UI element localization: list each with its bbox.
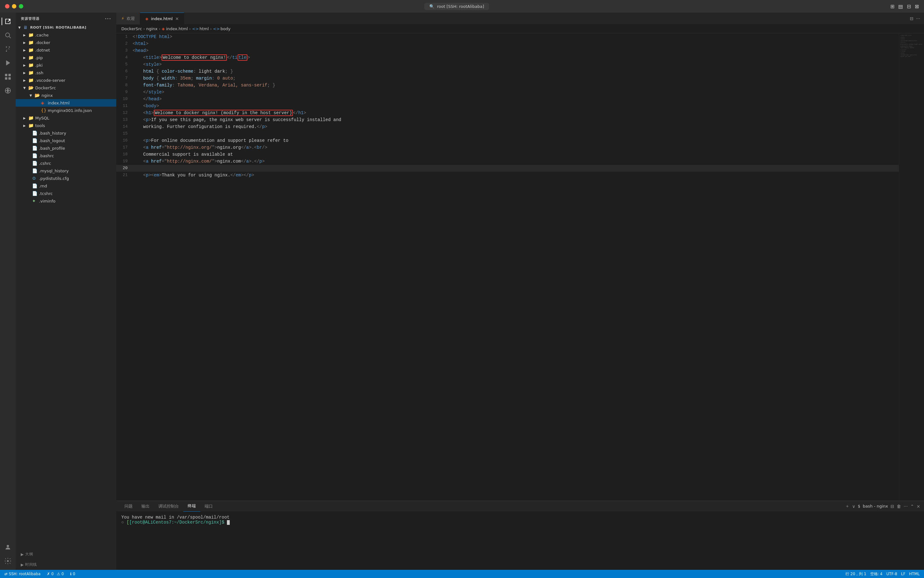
remote-explorer-icon[interactable] — [2, 84, 14, 97]
sidebar-item-bash-history[interactable]: 📄 .bash_history — [16, 129, 116, 137]
tab-indexhtml[interactable]: ◈ index.html × — [140, 13, 184, 24]
more-terminal-icon[interactable]: ··· — [904, 504, 908, 509]
terminal-dropdown-icon[interactable]: ∨ — [852, 504, 855, 509]
html-file-icon: ◈ — [41, 100, 47, 106]
tab-welcome[interactable]: ⚡ 欢迎 — [116, 13, 140, 24]
indent-spaces[interactable]: 空格: 4 — [868, 570, 885, 578]
sidebar-item-pydistutils[interactable]: ⚙ .pydistutils.cfg — [16, 175, 116, 182]
extensions-icon[interactable] — [2, 70, 14, 83]
root-folder-icon: 🖥 — [23, 25, 29, 30]
breadcrumb-dockersrc[interactable]: DockerSrc — [121, 26, 142, 31]
breadcrumb-html-tag[interactable]: <>html — [192, 26, 209, 31]
sidebar-item-pip[interactable]: ▶ 📁 .pip — [16, 54, 116, 61]
output-tab-label: 输出 — [141, 503, 150, 509]
panel-tab-debug[interactable]: 调试控制台 — [154, 501, 183, 511]
layout-icon4[interactable]: ⊠ — [915, 3, 919, 10]
minimize-button[interactable] — [12, 4, 16, 8]
info-icon: ℹ — [70, 572, 72, 576]
cursor-position[interactable]: 行 20，列 1 — [843, 570, 868, 578]
panel-tab-output[interactable]: 输出 — [137, 501, 154, 511]
line-number: 17 — [116, 144, 133, 151]
panel-right-icons: ＋ ∨ $ bash - nginx ⊟ 🗑 ··· ⌃ × — [845, 503, 920, 509]
breadcrumb-body-tag[interactable]: <>body — [213, 26, 231, 31]
line-ending[interactable]: LF — [899, 570, 907, 578]
tabs-bar: ⚡ 欢迎 ◈ index.html × ⊟ ··· — [116, 13, 924, 24]
more-actions-icon[interactable]: ··· — [105, 16, 111, 22]
sidebar-item-bash-logout[interactable]: 📄 .bash_logout — [16, 137, 116, 144]
search-icon[interactable] — [2, 29, 14, 42]
sidebar-item-indexhtml[interactable]: ◈ index.html — [16, 99, 116, 107]
more-editor-icon[interactable]: ··· — [916, 16, 920, 21]
sidebar-item-rnd[interactable]: 📄 .rnd — [16, 182, 116, 190]
debug-tab-label: 调试控制台 — [159, 503, 179, 509]
title-search[interactable]: 🔍 root [SSH: rootAlibaba] — [424, 3, 489, 10]
panel-layout-icon[interactable]: ⊞ — [890, 3, 895, 10]
expand-panel-icon[interactable]: ⌃ — [911, 504, 914, 509]
editor-layout-actions: ⊟ ··· — [906, 16, 924, 21]
tab-close-icon[interactable]: × — [175, 16, 179, 21]
sidebar-item-bash-profile[interactable]: 📄 .bash_profile — [16, 144, 116, 152]
layout-icon3[interactable]: ⊟ — [907, 3, 911, 10]
sidebar-item-mysql-history[interactable]: 📄 .mysql_history — [16, 167, 116, 175]
sidebar-item-cshrc[interactable]: 📄 .cshrc — [16, 159, 116, 167]
sidebar-actions[interactable]: ··· — [105, 16, 111, 22]
sidebar-item-viminfo[interactable]: ✦ .viminfo — [16, 197, 116, 205]
close-button[interactable] — [5, 4, 10, 8]
maximize-button[interactable] — [19, 4, 23, 8]
panel-tab-port[interactable]: 端口 — [200, 501, 217, 511]
panel-tab-problem[interactable]: 问题 — [120, 501, 137, 511]
error-count[interactable]: ✗ 0 ⚠ 0 — [45, 570, 66, 578]
account-icon[interactable] — [2, 541, 14, 554]
panel-tab-terminal[interactable]: 终端 — [183, 501, 200, 511]
split-editor-icon[interactable]: ⊟ — [910, 16, 914, 21]
sidebar-item-docker[interactable]: ▶ 📁 .docker — [16, 39, 116, 46]
code-line-21: 21 <p><em>Thank you for using nginx.</em… — [116, 172, 899, 179]
sidebar-item-dockersrc[interactable]: ▼ 📂 DockerSrc — [16, 84, 116, 91]
status-left: ⇄ SSH: rootAlibaba ✗ 0 ⚠ 0 ℹ 0 — [3, 570, 77, 578]
settings-icon[interactable] — [2, 555, 14, 567]
code-line-9: 9 </style> — [116, 89, 899, 96]
timeline-section[interactable]: ▶ 时间线 — [16, 559, 116, 570]
encoding[interactable]: UTF-8 — [884, 570, 899, 578]
sidebar-item-mysql[interactable]: ▶ 📁 MySQL — [16, 114, 116, 122]
file-icon: 📄 — [32, 161, 38, 166]
source-control-icon[interactable] — [2, 43, 14, 55]
add-terminal-icon[interactable]: ＋ — [845, 503, 850, 509]
breadcrumb-nginx[interactable]: nginx — [146, 26, 157, 31]
sidebar-item-cache[interactable]: ▶ 📁 .cache — [16, 31, 116, 39]
sidebar-item-tcshrc[interactable]: 📄 .tcshrc — [16, 190, 116, 197]
sidebar-item-pki[interactable]: ▶ 📁 .pki — [16, 61, 116, 69]
breadcrumb-indexhtml[interactable]: index.html — [166, 26, 188, 31]
layout-icon2[interactable]: ▤ — [898, 3, 903, 10]
search-icon: 🔍 — [429, 4, 434, 9]
line-number: 18 — [116, 151, 133, 158]
language-mode[interactable]: HTML — [907, 570, 921, 578]
window-controls[interactable] — [5, 4, 23, 8]
code-editor[interactable]: 1 <!DOCTYPE html> 2 <html> 3 <head> — [116, 33, 899, 501]
sidebar-item-vscode-server[interactable]: ▶ 📁 .vscode-server — [16, 76, 116, 84]
line-number: 2 — [116, 40, 133, 47]
sidebar-item-mynginx[interactable]: {} mynginx001.info.json — [16, 107, 116, 114]
outline-section[interactable]: ▶ 大纲 — [16, 549, 116, 559]
folder-icon: 📁 — [28, 32, 34, 37]
terminal-prompt: [ — [127, 520, 129, 525]
line-content: <h1>Welcome to docker nginx! (modify in … — [133, 109, 899, 116]
tree-root[interactable]: ▼ 🖥 ROOT [SSH: ROOTALIBABA] — [16, 24, 116, 31]
arrow-icon: ▶ — [21, 552, 24, 557]
run-icon[interactable] — [2, 57, 14, 69]
close-panel-icon[interactable]: × — [916, 504, 920, 509]
sidebar-item-dotnet[interactable]: ▶ 📁 .dotnet — [16, 46, 116, 54]
explorer-icon[interactable] — [2, 15, 14, 28]
sidebar-item-bashrc[interactable]: 📄 .bashrc — [16, 152, 116, 159]
trash-icon[interactable]: 🗑 — [896, 504, 901, 509]
sidebar-item-tools[interactable]: ▶ 📁 tools — [16, 122, 116, 129]
info-count[interactable]: ℹ 0 — [68, 570, 77, 578]
titlebar-actions: ⊞ ▤ ⊟ ⊠ — [890, 3, 919, 10]
terminal-content[interactable]: You have new mail in /var/spool/mail/roo… — [116, 511, 924, 570]
ssh-status[interactable]: ⇄ SSH: rootAlibaba — [3, 570, 42, 578]
sidebar-item-nginx[interactable]: ▼ 📂 nginx — [16, 91, 116, 99]
split-terminal-icon[interactable]: ⊟ — [890, 504, 894, 509]
breadcrumb-html-angle: <> — [192, 26, 199, 31]
main-container: 资源管理器 ··· ▼ 🖥 ROOT [SSH: ROOTALIBABA] ▶ … — [0, 13, 924, 570]
sidebar-item-ssh[interactable]: ▶ 📁 .ssh — [16, 69, 116, 76]
